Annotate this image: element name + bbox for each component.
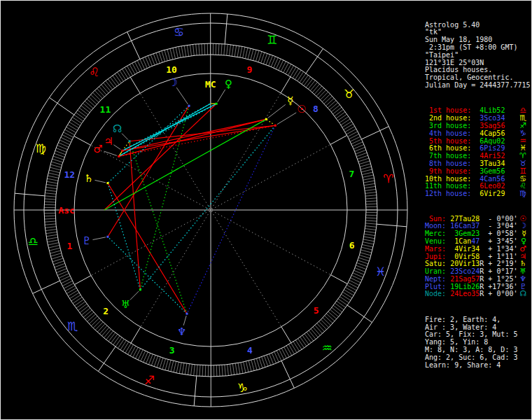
sign-boundary xyxy=(377,224,407,227)
planet-position: 19Lib26 xyxy=(450,283,479,290)
pluto-icon: ♇ xyxy=(82,234,91,247)
sagittarius-icon: ♐ xyxy=(144,373,155,387)
degree-tick xyxy=(94,90,102,98)
aries-icon: ♈ xyxy=(383,172,393,186)
degree-tick xyxy=(44,204,55,205)
pointer-line xyxy=(268,104,286,118)
gap xyxy=(471,182,479,190)
degree-tick xyxy=(110,77,117,86)
degree-tick xyxy=(157,357,160,368)
degree-tick xyxy=(44,216,55,216)
house-number: 10 xyxy=(166,64,177,75)
degree-tick xyxy=(72,117,81,123)
degree-tick xyxy=(227,44,228,55)
degree-tick xyxy=(65,130,75,135)
degree-tick xyxy=(83,103,91,110)
degree-tick xyxy=(205,365,206,377)
degree-tick xyxy=(46,232,57,233)
degree-tick xyxy=(81,308,90,315)
degree-tick xyxy=(122,342,128,352)
degree-tick xyxy=(291,343,297,353)
cancer-icon: ♋ xyxy=(174,25,184,39)
planet-position: 24Leo35 xyxy=(450,290,479,298)
planet-dot xyxy=(186,313,188,315)
degree-tick xyxy=(135,349,140,358)
degree-tick xyxy=(200,365,200,376)
angle-labels: AscMC xyxy=(58,79,216,216)
degree-tick xyxy=(51,162,62,165)
house-cusp-line xyxy=(212,211,331,275)
sign-boundary xyxy=(49,97,74,115)
degree-tick xyxy=(362,244,373,247)
aspect-conjunction xyxy=(266,119,275,125)
degree-tick xyxy=(315,326,323,334)
degree-tick xyxy=(47,178,58,181)
degree-tick xyxy=(251,360,254,370)
planet-dot xyxy=(188,105,190,107)
planet-label: Jupi: xyxy=(425,253,446,260)
degree-tick xyxy=(89,97,97,104)
degree-tick xyxy=(65,286,75,291)
degree-tick xyxy=(344,290,354,295)
planet-label: Sun: xyxy=(425,215,446,223)
degree-tick xyxy=(307,332,314,342)
degree-tick xyxy=(49,248,60,251)
degree-tick xyxy=(52,159,62,162)
gap xyxy=(471,106,479,114)
degree-tick xyxy=(156,52,160,63)
planet-label: Venu: xyxy=(425,237,446,245)
degree-tick xyxy=(293,69,298,78)
degree-tick xyxy=(64,284,74,289)
degree-tick xyxy=(364,183,375,186)
degree-tick xyxy=(45,199,56,200)
degree-tick xyxy=(130,64,135,74)
pointer-line xyxy=(95,180,106,182)
aspect-square xyxy=(122,119,267,150)
planet-position: 23Sco24 xyxy=(450,267,479,275)
degree-tick xyxy=(97,324,105,332)
degree-tick xyxy=(262,357,265,368)
aspect-inconjunct xyxy=(187,125,275,314)
degree-tick xyxy=(137,60,142,70)
degree-tick xyxy=(102,328,108,336)
house-cusp-value: 6Vir29 xyxy=(479,190,505,197)
node-icon: ☊ xyxy=(113,122,122,135)
house-cusp-line xyxy=(90,145,209,209)
degree-tick xyxy=(340,116,349,122)
degree-tick xyxy=(324,96,332,104)
degree-tick xyxy=(90,94,99,102)
planet-dot xyxy=(139,288,141,290)
degree-tick xyxy=(50,251,60,253)
degree-tick xyxy=(348,132,358,137)
venus-icon: ♀ xyxy=(225,78,232,90)
degree-tick xyxy=(362,247,373,250)
degree-tick xyxy=(279,60,284,70)
house-label: 7th house: xyxy=(425,152,471,160)
summary-line: Learn: 9, Share: 4 xyxy=(425,362,530,370)
gap xyxy=(471,152,479,160)
degree-tick xyxy=(89,316,97,324)
degree-tick xyxy=(46,187,57,188)
degree-tick xyxy=(295,340,302,349)
degree-tick xyxy=(44,218,55,219)
aspect-sextile xyxy=(119,104,211,156)
degree-tick xyxy=(328,100,336,108)
aspect-square xyxy=(119,119,267,156)
house-number: 9 xyxy=(246,64,252,75)
house-cusp-line-band xyxy=(330,135,347,144)
degree-tick xyxy=(81,106,90,113)
degree-tick xyxy=(79,108,88,115)
degree-tick xyxy=(330,309,338,316)
degree-tick xyxy=(358,158,369,162)
degree-tick xyxy=(52,258,63,262)
degree-tick xyxy=(235,363,237,374)
gap xyxy=(471,130,479,137)
degree-tick xyxy=(358,258,369,261)
degree-tick xyxy=(179,363,181,374)
aquarius-icon: ♒ xyxy=(322,341,332,355)
degree-tick xyxy=(319,321,327,329)
degree-tick xyxy=(341,119,350,125)
planet-label: Nept: xyxy=(425,275,446,283)
daily-motion: +17°36' xyxy=(484,283,517,290)
degree-tick xyxy=(222,365,223,376)
